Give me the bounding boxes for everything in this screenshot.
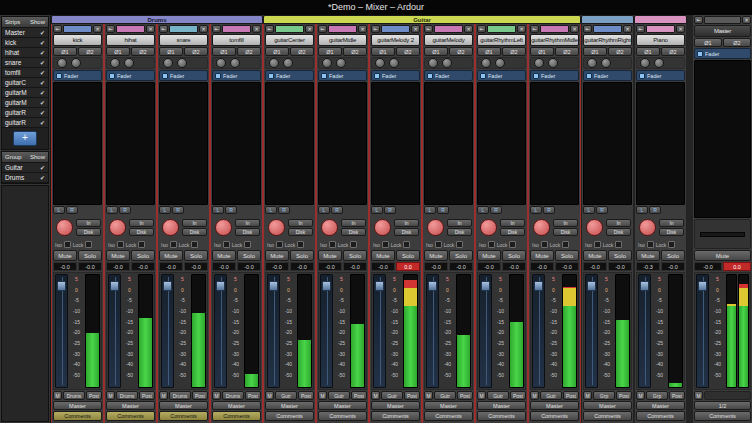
check-icon[interactable]: ✔ (40, 49, 45, 56)
pan-knob[interactable] (374, 219, 391, 236)
close-strip-button[interactable]: ✕ (199, 25, 208, 33)
solo-button[interactable]: Solo (237, 250, 261, 261)
output-right-button[interactable]: R (596, 206, 608, 214)
output-right-button[interactable]: R (490, 206, 502, 214)
gain-fader[interactable] (479, 274, 492, 388)
master-name-button[interactable]: Master (694, 25, 751, 37)
pan-knob[interactable] (427, 219, 444, 236)
phase-1-button[interactable]: Ø1 (694, 38, 722, 47)
monitor-input-button[interactable]: In (235, 219, 260, 227)
narrow-strip-button[interactable]: ⇤ (159, 25, 168, 33)
processor-box[interactable] (583, 82, 632, 205)
mute-button[interactable]: Mute (530, 250, 554, 261)
processor-box[interactable] (530, 82, 579, 205)
processor-led-icon[interactable] (533, 73, 539, 79)
processor-led-icon[interactable] (586, 73, 592, 79)
phase-1-button[interactable]: Ø1 (636, 47, 660, 56)
fader-handle[interactable] (640, 281, 649, 291)
input-gain-knob[interactable] (283, 58, 293, 68)
peak-display[interactable]: -0.0 (184, 262, 208, 271)
group-button[interactable]: Drums (169, 391, 191, 400)
monitor-input-button[interactable]: In (76, 219, 101, 227)
fader-processor-entry[interactable]: Fader (265, 70, 314, 81)
output-left-button[interactable]: L (477, 206, 489, 214)
lock-button[interactable] (244, 241, 251, 248)
mute-button[interactable]: Mute (477, 250, 501, 261)
output-route-button[interactable]: Master (53, 401, 102, 410)
trim-knob[interactable] (534, 58, 544, 68)
output-route-button[interactable]: Master (636, 401, 685, 410)
mute-button[interactable]: Mute (694, 250, 751, 261)
gain-fader[interactable] (696, 274, 709, 388)
phase-2-button[interactable]: Ø2 (78, 47, 102, 56)
phase-1-button[interactable]: Ø1 (318, 47, 342, 56)
mute-button[interactable]: Mute (159, 250, 183, 261)
output-right-button[interactable]: R (225, 206, 237, 214)
phase-1-button[interactable]: Ø1 (583, 47, 607, 56)
monitor-disk-button[interactable]: Disk (129, 228, 154, 236)
close-strip-button[interactable]: ✕ (93, 25, 102, 33)
track-name-button[interactable]: guitarMelody (424, 34, 473, 46)
meter-point-button[interactable]: Post (139, 391, 155, 400)
track-name-button[interactable]: guitarRhythmLeft (477, 34, 526, 46)
comments-button[interactable]: Comments (530, 411, 579, 421)
input-gain-knob[interactable] (495, 58, 505, 68)
fader-handle[interactable] (57, 281, 66, 291)
solo-button[interactable]: Solo (343, 250, 367, 261)
gain-fader[interactable] (55, 274, 68, 388)
pan-knob[interactable] (268, 219, 285, 236)
close-strip-button[interactable]: ✕ (358, 25, 367, 33)
strip-color-bar[interactable] (646, 25, 675, 33)
monitor-input-button[interactable]: In (288, 219, 313, 227)
solo-iso-button[interactable] (382, 241, 389, 248)
narrow-strip-button[interactable]: ⇤ (636, 25, 645, 33)
monitor-disk-button[interactable]: Disk (341, 228, 366, 236)
phase-2-button[interactable]: Ø2 (396, 47, 420, 56)
fader-handle[interactable] (587, 281, 596, 291)
output-route-button[interactable]: Master (583, 401, 632, 410)
track-name-button[interactable]: guitarRhythmMidle (530, 34, 579, 46)
phase-2-button[interactable]: Ø2 (343, 47, 367, 56)
narrow-strip-button[interactable]: ⇤ (212, 25, 221, 33)
solo-button[interactable]: Solo (396, 250, 420, 261)
add-strip-button[interactable]: + (13, 131, 37, 146)
meter-point-button[interactable]: Post (616, 391, 632, 400)
processor-led-icon[interactable] (215, 73, 221, 79)
lock-button[interactable] (297, 241, 304, 248)
check-icon[interactable]: ✔ (40, 29, 45, 36)
narrow-strip-button[interactable]: ⇤ (318, 25, 327, 33)
peak-display[interactable]: -0.0 (502, 262, 526, 271)
narrow-strip-button[interactable]: ⇤ (530, 25, 539, 33)
pan-knob[interactable] (109, 219, 126, 236)
narrow-strip-button[interactable]: ⇤ (53, 25, 62, 33)
sidebar-row[interactable]: Guitar ✔ (2, 163, 48, 173)
group-button[interactable]: Grp (593, 391, 615, 400)
lock-button[interactable] (615, 241, 622, 248)
solo-button[interactable]: Solo (131, 250, 155, 261)
phase-2-button[interactable]: Ø2 (184, 47, 208, 56)
output-left-button[interactable]: L (371, 206, 383, 214)
pan-knob[interactable] (586, 219, 603, 236)
check-icon[interactable]: ✔ (40, 39, 45, 46)
monitor-input-button[interactable]: In (606, 219, 631, 227)
fader-handle[interactable] (428, 281, 437, 291)
close-strip-button[interactable]: ✕ (464, 25, 473, 33)
solo-button[interactable]: Solo (290, 250, 314, 261)
sidebar-row[interactable]: kick ✔ (2, 38, 48, 48)
output-left-button[interactable]: L (636, 206, 648, 214)
monitor-input-button[interactable]: In (394, 219, 419, 227)
trim-knob[interactable] (322, 58, 332, 68)
monitor-input-button[interactable]: In (659, 219, 684, 227)
fader-processor-entry[interactable]: Fader (212, 70, 261, 81)
comments-button[interactable]: Comments (371, 411, 420, 421)
processor-box[interactable] (106, 82, 155, 205)
peak-display[interactable]: -0.0 (237, 262, 261, 271)
pan-knob[interactable] (533, 219, 550, 236)
solo-button[interactable]: Solo (608, 250, 632, 261)
trim-knob[interactable] (481, 58, 491, 68)
close-strip-button[interactable]: ✕ (411, 25, 420, 33)
sidebar-row[interactable]: guitarC ✔ (2, 78, 48, 88)
phase-1-button[interactable]: Ø1 (53, 47, 77, 56)
monitor-input-button[interactable]: In (553, 219, 578, 227)
midi-button[interactable]: M (212, 391, 221, 400)
